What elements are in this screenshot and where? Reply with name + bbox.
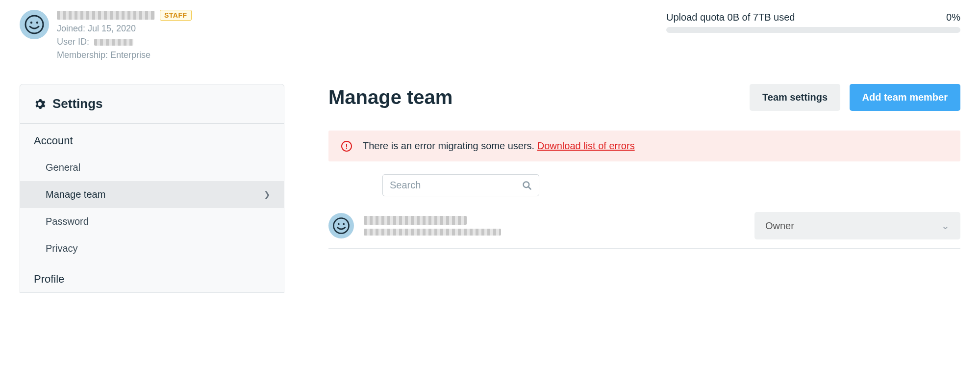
sidebar-item-manage-team[interactable]: Manage team ❯: [20, 181, 284, 208]
alert-text: There is an error migrating some users.: [363, 140, 537, 151]
add-team-member-button[interactable]: Add team member: [850, 84, 961, 111]
svg-point-6: [338, 223, 340, 225]
sidebar-item-privacy[interactable]: Privacy: [20, 235, 284, 262]
quota-text: Upload quota 0B of 7TB used: [666, 12, 795, 23]
sidebar-header: Settings: [20, 84, 284, 124]
sidebar-item-label: Manage team: [46, 189, 105, 200]
user-id-label: User ID:: [57, 37, 89, 47]
role-value: Owner: [765, 220, 794, 232]
quota-bar: [666, 27, 960, 33]
role-select[interactable]: Owner ⌄: [754, 212, 960, 239]
main-content: Manage team Team settings Add team membe…: [328, 84, 960, 249]
user-id-redacted: [94, 39, 133, 46]
svg-point-7: [343, 223, 345, 225]
sidebar-section-profile[interactable]: Profile: [20, 262, 284, 292]
sidebar-item-label: Privacy: [46, 243, 78, 254]
settings-sidebar: Settings Account General Manage team ❯ P…: [20, 84, 284, 293]
sidebar-section-account[interactable]: Account: [20, 124, 284, 154]
chevron-down-icon: ⌄: [941, 220, 950, 232]
quota-percent: 0%: [946, 12, 960, 23]
sidebar-item-general[interactable]: General: [20, 154, 284, 181]
sidebar-item-label: Password: [46, 216, 89, 227]
error-alert: ! There is an error migrating some users…: [328, 131, 960, 161]
upload-quota: Upload quota 0B of 7TB used 0%: [666, 12, 960, 33]
member-row: Owner ⌄: [328, 201, 960, 249]
svg-point-1: [30, 22, 32, 24]
sidebar-item-password[interactable]: Password: [20, 208, 284, 235]
staff-badge: STAFF: [160, 10, 192, 21]
page-title: Manage team: [328, 86, 452, 108]
search-icon: [522, 181, 532, 190]
sidebar-title: Settings: [52, 96, 103, 111]
team-settings-button[interactable]: Team settings: [750, 84, 840, 111]
smiley-icon: [24, 14, 45, 35]
search-input[interactable]: [390, 180, 522, 191]
alert-icon: !: [341, 141, 352, 152]
user-name-redacted: [57, 11, 155, 20]
svg-point-2: [36, 22, 38, 24]
member-avatar: [328, 213, 354, 238]
svg-point-0: [25, 16, 43, 33]
joined-line: Joined: Jul 15, 2020: [57, 24, 192, 34]
svg-point-5: [333, 218, 349, 233]
member-email-redacted: [364, 229, 501, 236]
download-errors-link[interactable]: Download list of errors: [537, 140, 635, 151]
gear-icon: [34, 98, 46, 110]
membership-line: Membership: Enterprise: [57, 50, 192, 60]
member-name-redacted: [364, 216, 467, 225]
search-box[interactable]: [382, 174, 539, 196]
smiley-icon: [332, 216, 351, 235]
chevron-right-icon: ❯: [264, 190, 270, 199]
sidebar-item-label: General: [46, 162, 80, 173]
svg-line-4: [528, 186, 531, 189]
avatar: [20, 10, 49, 39]
user-block: STAFF Joined: Jul 15, 2020 User ID: Memb…: [20, 10, 192, 60]
